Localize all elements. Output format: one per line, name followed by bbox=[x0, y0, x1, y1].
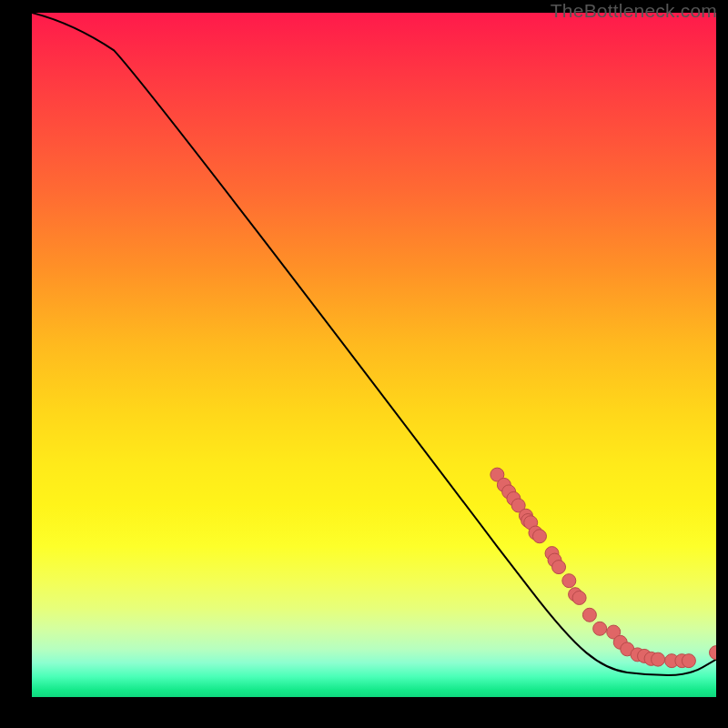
chart-stage: TheBottleneck.com bbox=[0, 0, 728, 728]
data-point bbox=[710, 646, 717, 660]
data-point bbox=[582, 608, 596, 622]
data-point bbox=[682, 654, 695, 668]
data-point bbox=[552, 561, 566, 574]
curve-line bbox=[32, 13, 716, 675]
data-point bbox=[562, 574, 576, 588]
data-point bbox=[652, 652, 665, 666]
data-point bbox=[572, 591, 586, 604]
plot-area bbox=[32, 13, 716, 697]
data-point bbox=[593, 622, 607, 635]
data-point bbox=[532, 530, 546, 543]
chart-svg bbox=[32, 13, 716, 697]
